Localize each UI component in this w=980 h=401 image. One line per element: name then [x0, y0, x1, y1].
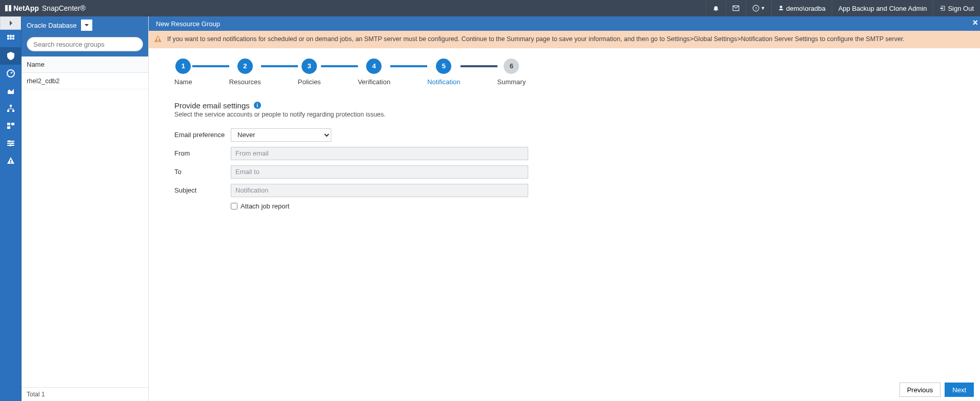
- signout-icon: [939, 5, 946, 11]
- nav-iconbar: [0, 16, 22, 401]
- svg-rect-13: [12, 110, 14, 112]
- subject-input[interactable]: [231, 184, 528, 197]
- svg-rect-0: [5, 5, 8, 11]
- nav-dashboard[interactable]: [0, 30, 21, 47]
- close-wizard-button[interactable]: ×: [972, 17, 978, 28]
- signout-label: Sign Out: [948, 5, 974, 12]
- svg-rect-22: [157, 37, 158, 40]
- email-pref-label: Email preference: [174, 131, 231, 139]
- grid-icon: [7, 34, 15, 43]
- user-label: demo\oradba: [786, 5, 826, 12]
- nav-alerts[interactable]: [0, 152, 21, 169]
- notifications-button[interactable]: [706, 0, 726, 16]
- svg-rect-1: [9, 5, 11, 11]
- svg-point-19: [9, 144, 11, 146]
- nav-monitor[interactable]: [0, 65, 21, 82]
- role-label[interactable]: App Backup and Clone Admin: [832, 0, 933, 16]
- list-item[interactable]: rhel2_cdb2: [22, 73, 148, 89]
- caret-down-icon: [85, 23, 89, 27]
- svg-rect-4: [7, 35, 9, 37]
- resource-type-dropdown[interactable]: [81, 20, 92, 31]
- svg-rect-15: [11, 123, 14, 125]
- svg-rect-7: [7, 37, 9, 40]
- nav-storage[interactable]: [0, 117, 21, 135]
- nav-settings[interactable]: [0, 135, 21, 152]
- form-title: Provide email settings i: [174, 101, 687, 110]
- form-subtitle: Select the service accounts or people to…: [174, 111, 687, 118]
- svg-point-17: [8, 140, 10, 142]
- blocks-icon: [7, 122, 15, 130]
- brand-app: SnapCenter®: [42, 4, 86, 12]
- step-resources[interactable]: 2 Resources: [229, 59, 261, 86]
- resource-type-selector: Oracle Database: [22, 16, 148, 34]
- step-policies[interactable]: 3 Policies: [298, 59, 321, 86]
- step-name[interactable]: 1 Name: [174, 59, 192, 86]
- svg-rect-12: [7, 110, 9, 112]
- warning-text: If you want to send notifications for sc…: [167, 35, 905, 43]
- wizard-steps: 1 Name 2 Resources 3 Policies 4 Verifica…: [149, 48, 980, 86]
- resource-type-label: Oracle Database: [27, 22, 77, 29]
- svg-rect-9: [12, 37, 14, 40]
- svg-text:?: ?: [755, 6, 757, 11]
- attach-report-label: Attach job report: [241, 202, 289, 210]
- svg-rect-23: [157, 41, 158, 42]
- attach-report-checkbox[interactable]: [231, 203, 237, 209]
- main-content: New Resource Group × If you want to send…: [149, 16, 980, 401]
- sliders-icon: [7, 139, 15, 147]
- nav-resources[interactable]: [0, 47, 21, 65]
- brand: NetApp SnapCenter®: [5, 4, 86, 12]
- chevron-right-icon: [8, 21, 13, 26]
- envelope-icon: [732, 5, 739, 12]
- netapp-logo-icon: [5, 5, 11, 11]
- svg-rect-8: [10, 37, 12, 40]
- list-footer-total: Total 1: [22, 387, 148, 401]
- brand-logo: NetApp: [5, 4, 39, 12]
- sitemap-icon: [7, 104, 15, 112]
- to-input[interactable]: [231, 165, 528, 179]
- svg-rect-5: [10, 35, 12, 37]
- svg-rect-16: [7, 126, 10, 129]
- help-icon: ?: [752, 5, 759, 12]
- step-notification[interactable]: 5 Notification: [427, 59, 460, 86]
- step-summary[interactable]: 6 Summary: [497, 59, 526, 86]
- list-header-name: Name: [22, 56, 148, 73]
- warning-icon: [154, 35, 162, 46]
- user-menu[interactable]: demo\oradba: [771, 0, 832, 16]
- search-input[interactable]: [27, 37, 143, 51]
- chart-icon: [7, 87, 15, 95]
- resource-list-panel: Oracle Database Name rhel2_cdb2 Total 1: [22, 16, 149, 401]
- to-label: To: [174, 168, 231, 176]
- messages-button[interactable]: [726, 0, 746, 16]
- svg-rect-20: [10, 160, 11, 162]
- bell-icon: [712, 5, 719, 12]
- gauge-icon: [7, 69, 15, 78]
- svg-point-18: [11, 142, 13, 144]
- subject-label: Subject: [174, 186, 231, 194]
- previous-button[interactable]: Previous: [899, 383, 941, 397]
- from-label: From: [174, 149, 231, 157]
- nav-hosts[interactable]: [0, 100, 21, 117]
- help-menu[interactable]: ? ▼: [746, 0, 771, 16]
- info-icon[interactable]: i: [254, 102, 261, 109]
- next-button[interactable]: Next: [945, 383, 974, 397]
- wizard-footer: Previous Next: [149, 378, 980, 401]
- caret-down-icon: ▼: [761, 6, 765, 11]
- breadcrumb: New Resource Group ×: [149, 16, 980, 31]
- svg-rect-14: [7, 123, 10, 125]
- expand-nav-button[interactable]: [0, 16, 21, 30]
- top-bar: NetApp SnapCenter® ? ▼ demo\oradba App B…: [0, 0, 980, 16]
- email-settings-form: Provide email settings i Select the serv…: [149, 86, 713, 225]
- signout-button[interactable]: Sign Out: [933, 0, 980, 16]
- svg-rect-11: [10, 105, 12, 107]
- user-icon: [778, 5, 784, 11]
- step-verification[interactable]: 4 Verification: [358, 59, 391, 86]
- svg-rect-6: [12, 35, 14, 37]
- shield-check-icon: [7, 52, 15, 60]
- alert-icon: [7, 157, 15, 165]
- nav-reports[interactable]: [0, 82, 21, 100]
- email-pref-select[interactable]: Never: [231, 128, 331, 142]
- brand-company: NetApp: [13, 4, 39, 12]
- warning-banner: If you want to send notifications for sc…: [149, 31, 980, 48]
- svg-rect-21: [10, 162, 11, 163]
- from-input[interactable]: [231, 147, 528, 160]
